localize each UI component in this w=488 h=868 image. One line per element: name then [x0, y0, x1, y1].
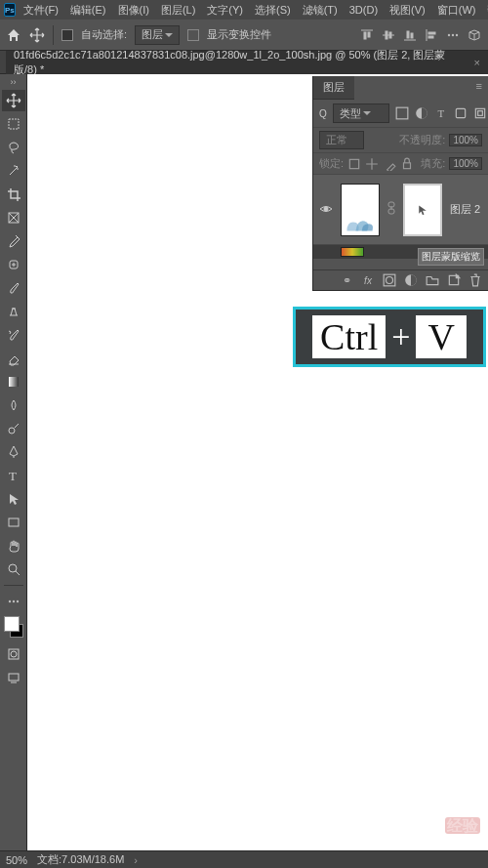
rectangle-tool[interactable]: [2, 512, 25, 533]
tool-palette: ›› T: [0, 74, 27, 850]
align-bottom-icon[interactable]: [402, 27, 418, 43]
layer-thumbnail[interactable]: [341, 184, 380, 236]
pen-tool[interactable]: [2, 441, 25, 463]
layers-panel-footer: ⚭ fx: [313, 269, 488, 290]
link-layers-icon[interactable]: ⚭: [340, 273, 353, 287]
path-selection-tool[interactable]: [2, 488, 25, 510]
lock-position-icon[interactable]: [365, 157, 379, 171]
panel-menu-icon[interactable]: ≡: [470, 76, 488, 96]
magic-wand-tool[interactable]: [2, 160, 25, 182]
link-mask-icon[interactable]: [387, 201, 395, 218]
blur-tool[interactable]: [2, 394, 25, 416]
edit-toolbar-icon[interactable]: [2, 591, 25, 612]
menu-filter[interactable]: 滤镜(T): [299, 1, 342, 20]
menu-3d[interactable]: 3D(D): [346, 2, 382, 18]
move-tool[interactable]: [2, 90, 25, 111]
new-adjustment-icon[interactable]: [404, 273, 418, 287]
layer-name-label[interactable]: 图层 2: [450, 202, 480, 217]
visibility-eye-icon[interactable]: [319, 204, 333, 216]
history-brush-tool[interactable]: [2, 324, 25, 346]
chevron-right-icon[interactable]: ›: [134, 854, 138, 866]
show-transform-label: 显示变换控件: [207, 27, 271, 42]
3d-mode-icon[interactable]: [467, 27, 482, 43]
opacity-value[interactable]: 100%: [449, 134, 482, 146]
lock-all-icon[interactable]: [400, 157, 414, 171]
gradient-tool[interactable]: [2, 371, 25, 393]
show-transform-checkbox[interactable]: [187, 29, 199, 41]
crop-tool[interactable]: [2, 184, 25, 205]
filter-shape-icon[interactable]: [454, 106, 468, 120]
home-icon[interactable]: [6, 27, 21, 43]
lock-pixels-icon[interactable]: [347, 157, 361, 171]
layer-row-active[interactable]: 图层 2: [313, 174, 488, 244]
filter-type-icon[interactable]: T: [434, 106, 448, 120]
svg-rect-8: [411, 33, 413, 38]
svg-rect-27: [9, 518, 19, 526]
align-top-icon[interactable]: [359, 27, 375, 43]
layer-mask-thumbnail[interactable]: [403, 184, 442, 236]
zoom-tool[interactable]: [2, 558, 25, 580]
clone-stamp-tool[interactable]: [2, 301, 25, 322]
add-mask-icon[interactable]: [383, 273, 396, 287]
close-icon[interactable]: ×: [474, 57, 480, 68]
brush-tool[interactable]: [2, 277, 25, 299]
menu-help[interactable]: 帮: [483, 1, 488, 20]
auto-select-target-dropdown[interactable]: 图层: [135, 25, 180, 45]
separator: [53, 25, 54, 45]
menu-image[interactable]: 图像(I): [114, 1, 153, 20]
delete-layer-icon[interactable]: [468, 273, 482, 287]
new-group-icon[interactable]: [426, 273, 439, 287]
filter-pixel-icon[interactable]: [395, 106, 409, 120]
background-layer-thumbnail[interactable]: [341, 247, 364, 257]
dodge-tool[interactable]: [2, 418, 25, 439]
menu-edit[interactable]: 编辑(E): [66, 1, 110, 20]
auto-select-checkbox[interactable]: [61, 29, 73, 41]
eraser-tool[interactable]: [2, 348, 25, 369]
watermark-url: jingyan.baidu.com: [409, 837, 480, 847]
document-tab-bar: 01fd6c5d2c1c71a801214837831c08.jpg@1280w…: [0, 51, 488, 74]
align-left-icon[interactable]: [424, 27, 439, 43]
menu-select[interactable]: 选择(S): [251, 1, 295, 20]
hand-tool[interactable]: [2, 535, 25, 557]
shortcut-key-v: V: [416, 315, 466, 358]
collapse-toolbar-icon[interactable]: ››: [2, 76, 25, 88]
menu-type[interactable]: 文字(Y): [203, 1, 247, 20]
svg-text:T: T: [9, 469, 17, 483]
layer-fx-icon[interactable]: fx: [361, 273, 375, 287]
eyedropper-tool[interactable]: [2, 230, 25, 252]
svg-point-13: [452, 33, 454, 35]
new-layer-icon[interactable]: [447, 273, 461, 287]
layers-panel-tab[interactable]: 图层: [313, 76, 354, 100]
filter-type-dropdown[interactable]: 类型: [333, 103, 389, 123]
quick-mask-icon[interactable]: [2, 643, 25, 665]
svg-rect-5: [389, 32, 391, 38]
document-tab[interactable]: 01fd6c5d2c1c71a801214837831c08.jpg@1280w…: [6, 51, 488, 74]
fill-value[interactable]: 100%: [449, 157, 482, 170]
lock-artboard-icon[interactable]: [383, 157, 396, 171]
document-tab-title: 01fd6c5d2c1c71a801214837831c08.jpg@1280w…: [14, 48, 468, 77]
svg-rect-42: [349, 159, 358, 168]
zoom-level[interactable]: 50%: [6, 854, 27, 866]
filter-adjustment-icon[interactable]: [415, 106, 428, 120]
marquee-tool[interactable]: [2, 113, 25, 135]
color-swatch[interactable]: [2, 616, 25, 641]
menu-window[interactable]: 窗口(W): [433, 1, 480, 20]
screen-mode-icon[interactable]: [2, 667, 25, 688]
frame-tool[interactable]: [2, 207, 25, 228]
menu-view[interactable]: 视图(V): [386, 1, 429, 20]
separator: [4, 585, 23, 586]
menu-file[interactable]: 文件(F): [20, 1, 62, 20]
type-tool[interactable]: T: [2, 465, 25, 486]
align-icons-group: [359, 27, 482, 43]
healing-brush-tool[interactable]: [2, 254, 25, 275]
filter-smart-icon[interactable]: [473, 106, 487, 120]
move-tool-icon[interactable]: [29, 27, 45, 43]
lock-label: 锁定:: [319, 156, 344, 171]
lasso-tool[interactable]: [2, 137, 25, 158]
menu-layer[interactable]: 图层(L): [157, 1, 199, 20]
more-options-icon[interactable]: [445, 27, 461, 43]
svg-point-32: [16, 600, 18, 602]
align-vcenter-icon[interactable]: [381, 27, 396, 43]
foreground-color-swatch[interactable]: [4, 616, 20, 632]
blend-mode-dropdown[interactable]: 正常: [319, 131, 364, 149]
